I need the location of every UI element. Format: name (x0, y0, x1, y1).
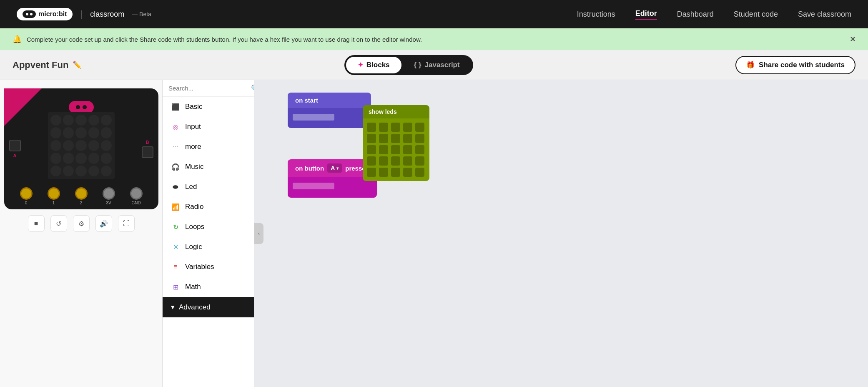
grid-cell-3[interactable] (403, 123, 412, 132)
grid-cell-19[interactable] (415, 156, 424, 166)
sim-stop-button[interactable]: ■ (28, 215, 45, 232)
grid-cell-10[interactable] (367, 145, 376, 154)
hardware-button-b[interactable] (142, 146, 153, 158)
grid-cell-8[interactable] (403, 134, 412, 143)
grid-cell-18[interactable] (403, 156, 412, 166)
category-basic[interactable]: ⬛ Basic (163, 97, 254, 117)
category-led-label: Led (185, 183, 197, 191)
grid-cell-23[interactable] (403, 168, 412, 177)
blocks-javascript-toggle: ✦ Blocks { } Javascript (344, 55, 473, 75)
nav-student-code[interactable]: Student code (734, 10, 778, 19)
grid-cell-7[interactable] (391, 134, 400, 143)
led-3-0 (50, 153, 61, 163)
categories-panel: 🔍 ⬛ Basic ◎ Input ··· more 🎧 Music ⬬ Led… (163, 80, 254, 387)
grid-cell-12[interactable] (391, 145, 400, 154)
category-advanced[interactable]: ▾ Advanced (163, 297, 254, 317)
grid-cell-5[interactable] (367, 134, 376, 143)
grid-cell-6[interactable] (379, 134, 388, 143)
notification-close-button[interactable]: × (850, 34, 855, 45)
collapse-panel-handle[interactable]: ‹ (254, 223, 263, 244)
sim-settings-button[interactable]: ⚙ (73, 215, 90, 232)
category-music[interactable]: 🎧 Music (163, 157, 254, 177)
grid-cell-1[interactable] (379, 123, 388, 132)
share-gift-icon: 🎁 (746, 61, 755, 69)
hardware-button-a[interactable] (9, 140, 21, 151)
led-4-0 (50, 166, 61, 176)
logo-beta-text: — Beta (132, 11, 151, 18)
led-0-2 (75, 115, 86, 126)
show-leds-block[interactable]: show leds (363, 105, 429, 181)
grid-cell-24[interactable] (415, 168, 424, 177)
sim-fullscreen-button[interactable]: ⛶ (118, 215, 135, 232)
pin-3v: 3V (103, 187, 115, 205)
grid-cell-20[interactable] (367, 168, 376, 177)
button-a-label: A (13, 153, 17, 158)
grid-cell-15[interactable] (367, 156, 376, 166)
blocks-toggle-button[interactable]: ✦ Blocks (346, 57, 401, 73)
grid-cell-17[interactable] (391, 156, 400, 166)
grid-cell-21[interactable] (379, 168, 388, 177)
grid-cell-4[interactable] (415, 123, 424, 132)
pin-1: 1 (48, 187, 60, 205)
category-math[interactable]: ⊞ Math (163, 277, 254, 297)
grid-cell-13[interactable] (403, 145, 412, 154)
led-4-4 (101, 166, 112, 176)
button-a-area: A (9, 140, 21, 158)
nav-editor[interactable]: Editor (635, 9, 657, 20)
led-3-4 (101, 153, 112, 163)
grid-cell-2[interactable] (391, 123, 400, 132)
fullscreen-icon: ⛶ (123, 220, 130, 227)
category-input[interactable]: ◎ Input (163, 117, 254, 137)
edit-project-icon[interactable]: ✏️ (73, 60, 82, 70)
category-more[interactable]: ··· more (163, 137, 254, 157)
category-music-label: Music (185, 163, 203, 171)
sim-sound-button[interactable]: 🔊 (95, 215, 112, 232)
category-led[interactable]: ⬬ Led (163, 177, 254, 197)
category-variables[interactable]: ≡ Variables (163, 257, 254, 277)
on-button-slot (293, 183, 334, 189)
grid-cell-16[interactable] (379, 156, 388, 166)
microbit-device-logo (69, 101, 94, 113)
led-0-1 (63, 115, 74, 126)
category-advanced-label: Advanced (179, 303, 211, 312)
category-radio[interactable]: 📶 Radio (163, 197, 254, 217)
on-button-label: on button (295, 165, 324, 172)
category-loops-label: Loops (185, 223, 204, 231)
logic-icon: ✕ (171, 243, 180, 251)
sim-restart-button[interactable]: ↺ (50, 215, 67, 232)
search-icon[interactable]: 🔍 (251, 84, 254, 92)
led-1-0 (50, 127, 61, 138)
grid-cell-9[interactable] (415, 134, 424, 143)
javascript-toggle-button[interactable]: { } Javascript (402, 57, 472, 73)
logo-dot-right (83, 105, 87, 109)
nav-dashboard[interactable]: Dashboard (677, 10, 714, 19)
share-code-button[interactable]: 🎁 Share code with students (735, 56, 855, 74)
nav-instructions[interactable]: Instructions (577, 10, 615, 19)
pin-2-circle[interactable] (75, 187, 88, 200)
simulator-panel: A B 0 1 2 (0, 80, 163, 387)
advanced-chevron-icon: ▾ (171, 303, 175, 312)
search-input[interactable] (168, 85, 248, 92)
category-radio-label: Radio (185, 203, 203, 211)
nav-save-classroom[interactable]: Save classroom (798, 10, 851, 19)
nav-links: Instructions Editor Dashboard Student co… (577, 9, 851, 20)
input-icon: ◎ (171, 123, 180, 131)
led-3-1 (63, 153, 74, 163)
on-start-body (288, 108, 371, 128)
button-b-label: B (146, 140, 149, 145)
pin-0-circle[interactable] (20, 187, 33, 200)
logo-area: micro:bit | classroom — Beta (17, 8, 151, 20)
button-selector[interactable]: A ▾ (327, 163, 342, 173)
category-basic-label: Basic (185, 103, 203, 111)
grid-cell-14[interactable] (415, 145, 424, 154)
grid-cell-0[interactable] (367, 123, 376, 132)
led-2-0 (50, 140, 61, 151)
pin-1-circle[interactable] (48, 187, 60, 200)
grid-cell-22[interactable] (391, 168, 400, 177)
category-loops[interactable]: ↻ Loops (163, 217, 254, 237)
pin-gnd-label: GND (131, 201, 140, 205)
category-logic[interactable]: ✕ Logic (163, 237, 254, 257)
stop-icon: ■ (34, 220, 38, 227)
grid-cell-11[interactable] (379, 145, 388, 154)
on-start-block[interactable]: on start (288, 93, 371, 128)
